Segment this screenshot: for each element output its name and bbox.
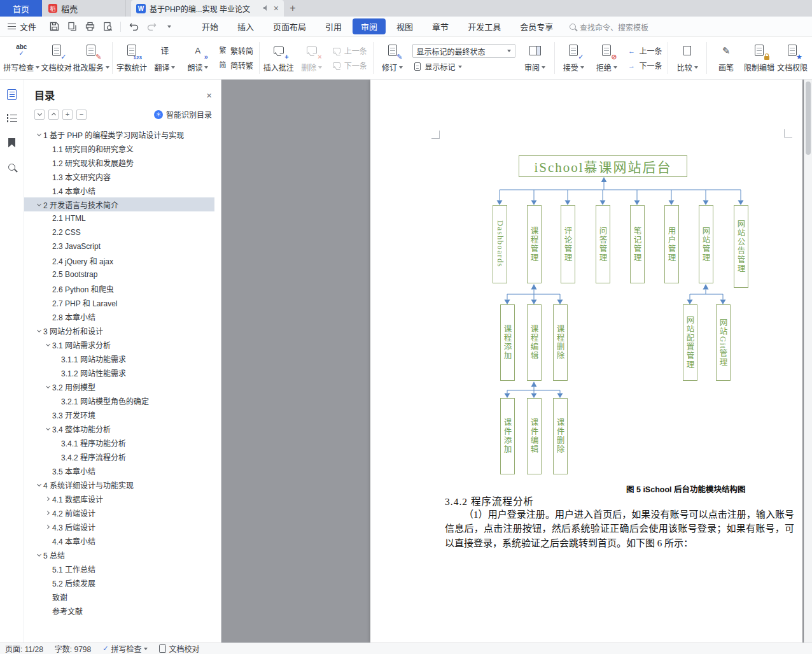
menu-tab-视图[interactable]: 视图 [388,18,421,34]
document-area[interactable]: iSchool慕课网站后台 Dashboards 课程管理 评论管理 问答管理 … [221,80,812,643]
review-pane-button[interactable]: 审阅 [519,39,551,76]
print-button[interactable] [82,20,97,34]
chevron-down-icon[interactable] [34,134,43,136]
correction-service-button[interactable]: ✎ 批改服务 [74,39,109,76]
menu-tab-审阅[interactable]: 审阅 [353,18,386,34]
reject-button[interactable]: ⊘ 拒绝 [591,39,622,76]
chevron-down-icon[interactable] [43,344,52,346]
bookmark-panel-button[interactable] [5,136,19,150]
toc-item[interactable]: 2.3 JavaScript [24,239,214,253]
toc-item[interactable]: 3.4 整体功能分析 [24,422,214,436]
toc-item[interactable]: 2.5 Bootstrap [24,267,214,281]
menu-tab-开始[interactable]: 开始 [193,18,227,34]
expand-all-button[interactable] [48,110,59,120]
insert-comment-button[interactable]: + 插入批注 [263,39,295,76]
menu-tab-引用[interactable]: 引用 [317,18,350,34]
toc-item[interactable]: 3.1.2 网站性能需求 [24,366,214,380]
translate-button[interactable]: 译 翻译 [149,39,181,76]
chevron-right-icon[interactable] [43,511,52,515]
prev-change-button[interactable]: ← 上一条 [626,45,662,56]
toc-item[interactable]: 2.7 PHP 和 Laravel [24,295,214,309]
ink-button[interactable]: ✎ 画笔 [710,39,742,76]
chevron-down-icon[interactable] [43,386,52,388]
toc-item[interactable]: 3.2 用例模型 [24,380,214,394]
tab-document[interactable]: W 基于PHP的编...实现 毕业论文 × [131,0,284,17]
toc-item[interactable]: 2.4 jQuery 和 ajax [24,253,214,267]
tab-home[interactable]: 首页 [0,0,42,17]
find-panel-button[interactable] [5,160,19,174]
toc-panel-button[interactable] [5,87,19,101]
menu-tab-会员专享[interactable]: 会员专享 [512,18,561,34]
chevron-right-icon[interactable] [43,497,52,501]
toc-item[interactable]: 3.4.2 程序流程分析 [24,450,214,464]
tab-close-icon[interactable]: × [274,3,279,13]
markup-state-combobox[interactable]: 显示标记的最终状态 [412,44,515,58]
next-comment-button[interactable]: 下一条 [332,60,367,71]
export-button[interactable] [64,20,80,34]
chevron-down-icon[interactable] [34,330,43,332]
zoom-out-toc-button[interactable]: − [76,110,87,120]
toc-item[interactable]: 5.2 后续发展 [24,576,214,590]
word-count-button[interactable]: 123 字数统计 [116,39,148,76]
toc-item[interactable]: 4.4 本章小结 [24,534,214,548]
chevron-down-icon[interactable] [34,554,43,556]
toc-item[interactable]: 致谢 [24,590,214,604]
delete-comment-button[interactable]: × 删除 [296,39,328,76]
chevron-down-icon[interactable] [43,428,52,430]
redo-button[interactable] [144,20,159,34]
toc-item[interactable]: 1.1 研究目的和研究意义 [24,141,214,155]
toc-item[interactable]: 1 基于 PHP 的编程类学习网站设计与实现 [24,127,214,141]
menu-tab-章节[interactable]: 章节 [424,18,457,34]
tab-docer[interactable]: 稻 稻壳 [42,0,126,17]
toc-item[interactable]: 4.3 后端设计 [24,520,214,534]
undo-button[interactable] [126,20,141,34]
toc-item[interactable]: 1.3 本文研究内容 [24,169,214,183]
chevron-down-icon[interactable] [34,484,43,486]
next-change-button[interactable]: → 下一条 [626,60,662,71]
chevron-right-icon[interactable] [43,525,52,529]
simp-to-trad-button[interactable]: 简 简转繁 [218,60,253,71]
menu-tab-插入[interactable]: 插入 [229,18,262,34]
doc-permission-button[interactable]: ★ 文档权限 [776,39,808,76]
toc-item[interactable]: 4.1 数据库设计 [24,492,214,506]
close-icon[interactable]: × [206,90,212,101]
menu-tab-页面布局[interactable]: 页面布局 [265,18,314,34]
toc-item[interactable]: 3.5 本章小结 [24,464,214,478]
toc-item[interactable]: 4.2 前端设计 [24,506,214,520]
toc-item[interactable]: 2.8 本章小结 [24,309,214,323]
chevron-down-icon[interactable] [34,204,43,206]
prev-comment-button[interactable]: 上一条 [332,45,367,56]
track-changes-button[interactable]: ✎ 修订 [377,39,409,76]
read-aloud-button[interactable]: A» 朗读 [182,39,214,76]
toc-item[interactable]: 2.2 CSS [24,225,214,239]
scrollbar-thumb[interactable] [806,82,811,155]
toc-item[interactable]: 3.4.1 程序功能分析 [24,436,214,450]
outline-panel-button[interactable] [5,111,19,125]
toc-item[interactable]: 5 总结 [24,548,214,562]
menu-tab-开发工具[interactable]: 开发工具 [459,18,509,34]
toc-item[interactable]: 3.3 开发环境 [24,408,214,422]
document-page[interactable]: iSchool慕课网站后台 Dashboards 课程管理 评论管理 问答管理 … [370,80,802,643]
toc-item[interactable]: 参考文献 [24,604,214,618]
toc-item[interactable]: 2 开发语言与技术简介 [24,197,214,211]
file-menu-button[interactable]: 文件 [0,20,43,32]
doc-proofread-button[interactable]: ✓ 文档校对 [41,39,73,76]
toc-item[interactable]: 3.1.1 网站功能需求 [24,352,214,366]
save-button[interactable] [46,20,62,34]
toc-item[interactable]: 1.4 本章小结 [24,183,214,197]
quickbar-more-button[interactable] [162,20,177,34]
new-tab-button[interactable]: + [284,0,302,17]
accept-button[interactable]: ✓ 接受 [557,39,589,76]
zoom-in-toc-button[interactable]: + [62,110,73,120]
toc-item[interactable]: 2.1 HTML [24,211,214,225]
spell-check-button[interactable]: abc✓ 拼写检查 [4,39,39,76]
compare-button[interactable]: 比较 [671,39,703,76]
show-markup-button[interactable]: 显示标记 [412,61,515,72]
toc-item[interactable]: 3.1 网站需求分析 [24,338,214,352]
collapse-all-button[interactable] [34,110,45,120]
command-search[interactable]: 查找命令、搜索模板 [570,17,648,37]
status-doc-proofread[interactable]: 文档校对 [159,643,199,654]
toc-item[interactable]: 4 系统详细设计与功能实现 [24,478,214,492]
toc-item[interactable]: 1.2 研究现状和发展趋势 [24,155,214,169]
tab-audio-icon[interactable] [263,4,270,13]
